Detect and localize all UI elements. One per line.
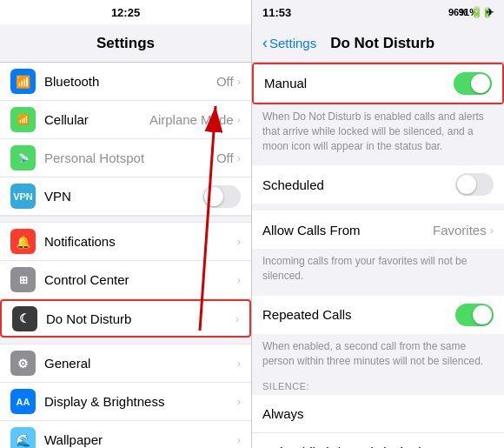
settings-row-wallpaper[interactable]: 🌊 Wallpaper ›	[0, 421, 251, 448]
settings-row-do-not-disturb[interactable]: ☾ Do Not Disturb ›	[0, 299, 251, 338]
scheduled-label: Scheduled	[262, 177, 455, 192]
manual-row[interactable]: Manual	[254, 64, 502, 103]
manual-section: Manual	[252, 63, 504, 104]
settings-row-vpn[interactable]: VPN VPN	[0, 177, 251, 216]
dnd-chevron: ›	[235, 312, 239, 325]
vpn-label: VPN	[44, 189, 202, 204]
display-icon: AA	[10, 389, 36, 414]
scheduled-row[interactable]: Scheduled	[252, 165, 504, 204]
notifications-label: Notifications	[44, 234, 237, 249]
settings-title: Settings	[96, 35, 155, 52]
allow-calls-section: Allow Calls From Favorites ›	[252, 211, 504, 249]
bluetooth-chevron: ›	[237, 75, 241, 88]
dnd-label: Do Not Disturb	[46, 311, 235, 326]
allow-calls-chevron: ›	[490, 224, 494, 237]
hotspot-label: Personal Hotspot	[44, 150, 216, 165]
dnd-icon: ☾	[12, 306, 37, 331]
bluetooth-icon: 📶	[10, 69, 36, 94]
settings-header: Settings	[0, 24, 251, 63]
bluetooth-label: Bluetooth	[44, 74, 216, 89]
hotspot-value: Off	[216, 150, 234, 165]
cellular-label: Cellular	[44, 112, 149, 127]
silence-label: SILENCE:	[252, 374, 504, 395]
back-button[interactable]: ‹ Settings	[262, 34, 316, 52]
back-label: Settings	[269, 36, 316, 50]
allow-calls-value: Favorites	[433, 223, 487, 237]
wallpaper-chevron: ›	[237, 433, 241, 446]
settings-row-bluetooth[interactable]: 📶 Bluetooth Off ›	[0, 63, 251, 101]
settings-list: 📶 Bluetooth Off › 📶 Cellular Airplane Mo…	[0, 63, 251, 448]
battery-percent: 96%	[448, 7, 468, 17]
cellular-icon: 📶	[10, 107, 36, 132]
settings-row-general[interactable]: ⚙ General ›	[0, 344, 251, 383]
hotspot-icon: 📡	[10, 145, 36, 171]
settings-row-display[interactable]: AA Display & Brightness ›	[0, 383, 251, 421]
settings-row-hotspot[interactable]: 📡 Personal Hotspot Off ›	[0, 139, 251, 177]
right-content: Manual When Do Not Disturb is enabled ca…	[252, 63, 504, 448]
repeated-calls-desc: When enabled, a second call from the sam…	[252, 334, 504, 374]
allow-calls-row[interactable]: Allow Calls From Favorites ›	[252, 211, 504, 249]
notifications-icon: 🔔	[10, 229, 36, 254]
settings-row-control-center[interactable]: ⊞ Control Center ›	[0, 261, 251, 299]
always-row[interactable]: Always	[252, 395, 504, 433]
cellular-chevron: ›	[237, 113, 241, 126]
repeated-calls-row[interactable]: Repeated Calls	[252, 296, 504, 334]
silence-section: Always Only while iPhone is locked ✓	[252, 395, 504, 448]
settings-row-cellular[interactable]: 📶 Cellular Airplane Mode ›	[0, 101, 251, 139]
cellular-value: Airplane Mode	[149, 112, 234, 127]
airplane-icon: ✈	[486, 7, 494, 18]
display-label: Display & Brightness	[44, 394, 237, 409]
right-nav-bar: ‹ Settings Do Not Disturb	[252, 24, 504, 63]
allow-calls-desc: Incoming calls from your favorites will …	[252, 249, 504, 289]
manual-label: Manual	[264, 76, 454, 90]
only-locked-label: Only while iPhone is locked	[262, 445, 479, 448]
general-label: General	[44, 356, 237, 371]
control-center-icon: ⊞	[10, 267, 36, 292]
scheduled-toggle[interactable]	[455, 173, 494, 196]
vpn-toggle[interactable]	[202, 185, 241, 208]
vpn-icon: VPN	[10, 184, 36, 209]
wallpaper-icon: 🌊	[10, 427, 36, 448]
repeated-calls-toggle[interactable]	[455, 304, 494, 326]
section-gap-2	[0, 338, 251, 344]
left-battery: 96% 🔋 ✈	[448, 6, 494, 18]
notifications-chevron: ›	[237, 235, 241, 248]
scheduled-section: Scheduled	[252, 165, 504, 204]
control-center-label: Control Center	[44, 272, 237, 287]
section-gap-1	[0, 216, 251, 223]
control-center-chevron: ›	[237, 273, 241, 286]
manual-toggle[interactable]	[454, 72, 492, 95]
left-status-bar: 12:25 96% 🔋 ✈	[0, 0, 251, 24]
always-label: Always	[262, 406, 494, 421]
repeated-calls-section: Repeated Calls	[252, 296, 504, 334]
display-chevron: ›	[237, 395, 241, 408]
only-locked-check: ✓	[479, 444, 490, 448]
left-time: 12:25	[0, 6, 251, 19]
repeated-calls-label: Repeated Calls	[262, 307, 455, 322]
settings-row-notifications[interactable]: 🔔 Notifications ›	[0, 223, 251, 261]
right-page-title: Do Not Disturb	[330, 35, 434, 52]
general-chevron: ›	[237, 357, 241, 370]
wallpaper-label: Wallpaper	[44, 432, 237, 447]
hotspot-chevron: ›	[237, 151, 241, 164]
left-panel: 12:25 96% 🔋 ✈ Settings 📶 Bluetooth Off ›…	[0, 0, 252, 448]
manual-desc: When Do Not Disturb is enabled calls and…	[252, 104, 504, 158]
bluetooth-value: Off	[216, 74, 234, 89]
general-icon: ⚙	[10, 351, 36, 376]
right-time: 11:53	[262, 6, 291, 19]
allow-calls-label: Allow Calls From	[262, 223, 433, 237]
right-panel: 11:53 91% 🔋 ‹ Settings Do Not Disturb Ma…	[252, 0, 504, 448]
back-chevron: ‹	[262, 34, 268, 52]
only-locked-row[interactable]: Only while iPhone is locked ✓	[252, 433, 504, 448]
battery-icon: 🔋	[470, 6, 483, 18]
